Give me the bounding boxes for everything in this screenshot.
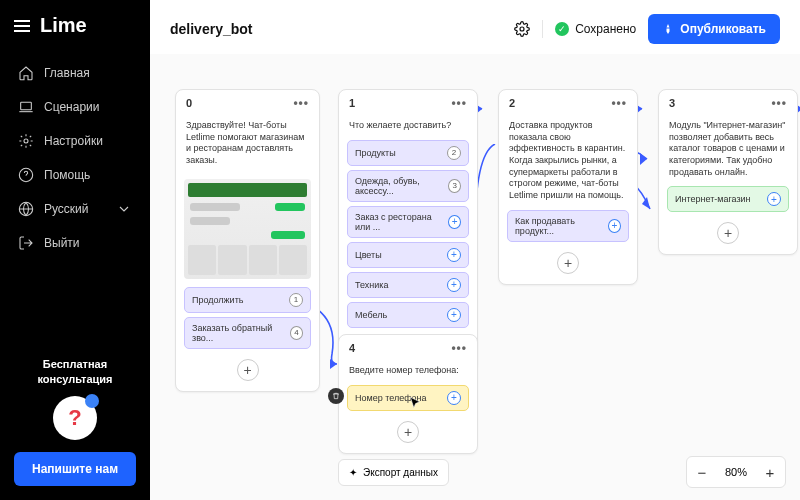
rocket-icon — [662, 23, 674, 35]
question-icon: ? — [68, 405, 81, 431]
flow-card-4[interactable]: 4••• Введите номер телефона: Номер телеф… — [338, 334, 478, 454]
nav-language[interactable]: Русский — [8, 193, 142, 225]
phone-preview — [184, 179, 311, 279]
check-icon: ✓ — [555, 22, 569, 36]
publish-button[interactable]: Опубликовать — [648, 14, 780, 44]
svg-marker-10 — [640, 153, 647, 165]
option-restaurant[interactable]: Заказ с ресторана или ...+ — [347, 206, 469, 238]
sidebar: Lime Главная Сценарии Настройки Помощь Р… — [0, 0, 150, 500]
help-avatar[interactable]: ? — [53, 396, 97, 440]
card-index: 0 — [186, 97, 192, 109]
nav-help[interactable]: Помощь — [8, 159, 142, 191]
flow-card-1[interactable]: 1••• Что желаете доставить? Продукты2 Од… — [338, 89, 478, 371]
flow-card-3[interactable]: 3••• Модуль "Интернет-магазин" позволяет… — [658, 89, 798, 255]
zoom-out-button[interactable]: − — [687, 457, 717, 487]
laptop-icon — [18, 99, 34, 115]
plus-icon[interactable]: + — [767, 192, 781, 206]
page-title: delivery_bot — [170, 21, 252, 37]
card-message: Здравствуйте! Чат-боты Letlime помогают … — [184, 116, 311, 171]
hamburger-icon[interactable] — [14, 20, 30, 32]
plus-icon[interactable]: + — [447, 278, 461, 292]
card-message: Что желаете доставить? — [347, 116, 469, 136]
card-index: 1 — [349, 97, 355, 109]
home-icon — [18, 65, 34, 81]
globe-icon — [18, 201, 34, 217]
card-menu-icon[interactable]: ••• — [293, 96, 309, 110]
svg-point-4 — [520, 27, 524, 31]
card-index: 3 — [669, 97, 675, 109]
nav-logout[interactable]: Выйти — [8, 227, 142, 259]
card-message: Введите номер телефона: — [347, 361, 469, 381]
flow-card-2[interactable]: 2••• Доставка продуктов показала свою эф… — [498, 89, 638, 285]
plus-icon[interactable]: + — [448, 215, 461, 229]
export-icon: ✦ — [349, 467, 357, 478]
option-clothes[interactable]: Одежда, обувь, аксессу...3 — [347, 170, 469, 202]
option-flowers[interactable]: Цветы+ — [347, 242, 469, 268]
logout-icon — [18, 235, 34, 251]
flow-card-0[interactable]: 0••• Здравствуйте! Чат-боты Letlime помо… — [175, 89, 320, 392]
delete-icon[interactable] — [328, 388, 344, 404]
card-message: Доставка продуктов показала свою эффекти… — [507, 116, 629, 206]
topbar: delivery_bot ✓ Сохранено Опубликовать — [150, 0, 800, 54]
option-continue[interactable]: Продолжить1 — [184, 287, 311, 313]
card-menu-icon[interactable]: ••• — [771, 96, 787, 110]
nav-scenarios[interactable]: Сценарии — [8, 91, 142, 123]
help-icon — [18, 167, 34, 183]
plus-icon[interactable]: + — [608, 219, 621, 233]
nav-label: Русский — [44, 202, 89, 216]
nav-home[interactable]: Главная — [8, 57, 142, 89]
saved-status: ✓ Сохранено — [555, 22, 636, 36]
add-option-button[interactable]: + — [237, 359, 259, 381]
svg-point-1 — [24, 139, 28, 143]
option-products[interactable]: Продукты2 — [347, 140, 469, 166]
consult-heading: Бесплатная консультация — [14, 357, 136, 386]
nav-settings[interactable]: Настройки — [8, 125, 142, 157]
option-store[interactable]: Интернет-магазин+ — [667, 186, 789, 212]
nav-label: Помощь — [44, 168, 90, 182]
add-option-button[interactable]: + — [557, 252, 579, 274]
zoom-control: − 80% + — [686, 456, 786, 488]
nav-label: Главная — [44, 66, 90, 80]
notification-dot — [85, 394, 99, 408]
plus-icon[interactable]: + — [447, 308, 461, 322]
link-badge: 1 — [289, 293, 303, 307]
svg-marker-11 — [642, 197, 650, 209]
main: delivery_bot ✓ Сохранено Опубликовать 0•… — [150, 0, 800, 500]
flow-canvas[interactable]: 0••• Здравствуйте! Чат-боты Letlime помо… — [150, 54, 800, 500]
link-badge: 2 — [447, 146, 461, 160]
plus-icon[interactable]: + — [447, 248, 461, 262]
nav-label: Настройки — [44, 134, 103, 148]
card-index: 2 — [509, 97, 515, 109]
card-message: Модуль "Интернет-магазин" позволяет доба… — [667, 116, 789, 182]
nav-label: Выйти — [44, 236, 80, 250]
svg-rect-0 — [21, 102, 32, 109]
card-menu-icon[interactable]: ••• — [451, 96, 467, 110]
option-callback[interactable]: Заказать обратный зво...4 — [184, 317, 311, 349]
svg-marker-8 — [330, 359, 337, 369]
add-option-button[interactable]: + — [717, 222, 739, 244]
write-us-button[interactable]: Напишите нам — [14, 452, 136, 486]
zoom-value: 80% — [717, 466, 755, 478]
nav-label: Сценарии — [44, 100, 99, 114]
card-menu-icon[interactable]: ••• — [611, 96, 627, 110]
card-menu-icon[interactable]: ••• — [451, 341, 467, 355]
chevron-down-icon — [116, 201, 132, 217]
option-phone[interactable]: Номер телефона+ — [347, 385, 469, 411]
settings-icon[interactable] — [514, 21, 530, 37]
add-option-button[interactable]: + — [397, 421, 419, 443]
export-button[interactable]: ✦ Экспорт данных — [338, 459, 449, 486]
card-index: 4 — [349, 342, 355, 354]
link-badge: 4 — [290, 326, 303, 340]
gear-icon — [18, 133, 34, 149]
plus-icon[interactable]: + — [447, 391, 461, 405]
option-tech[interactable]: Техника+ — [347, 272, 469, 298]
link-badge: 3 — [448, 179, 461, 193]
option-furniture[interactable]: Мебель+ — [347, 302, 469, 328]
option-howto[interactable]: Как продавать продукт...+ — [507, 210, 629, 242]
brand-logo: Lime — [40, 14, 87, 37]
zoom-in-button[interactable]: + — [755, 457, 785, 487]
